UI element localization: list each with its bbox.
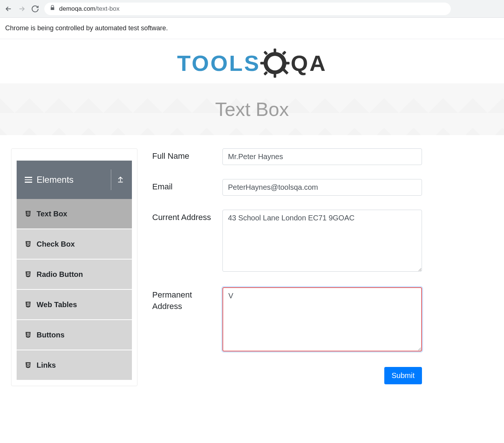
- sidebar-item-web-tables[interactable]: Web Tables: [17, 290, 132, 320]
- sidebar-header-label: Elements: [37, 175, 74, 185]
- svg-rect-6: [263, 71, 268, 75]
- upload-icon: [116, 175, 125, 185]
- back-button[interactable]: [4, 5, 13, 13]
- automation-banner-text: Chrome is being controlled by automated …: [5, 24, 168, 32]
- sidebar-item-label: Web Tables: [37, 301, 77, 309]
- html5-icon: [25, 271, 31, 278]
- html5-icon: [25, 362, 31, 368]
- permanent-address-label: Permanent Address: [152, 287, 222, 312]
- current-address-textarea[interactable]: 43 School Lane London EC71 9GOAC: [222, 210, 422, 272]
- svg-rect-3: [286, 62, 289, 65]
- sidebar-header[interactable]: Elements: [17, 161, 132, 199]
- automation-banner: Chrome is being controlled by automated …: [0, 18, 504, 39]
- html5-icon: [25, 332, 31, 338]
- sidebar-item-label: Buttons: [37, 331, 65, 339]
- email-input[interactable]: [222, 179, 422, 196]
- full-name-input[interactable]: [222, 148, 422, 165]
- svg-rect-2: [260, 62, 264, 65]
- address-bar[interactable]: demoqa.com/text-box: [44, 3, 451, 15]
- sidebar-item-label: Radio Button: [37, 270, 83, 279]
- html5-icon: [25, 210, 31, 217]
- gear-icon: [259, 47, 291, 79]
- svg-rect-1: [273, 74, 276, 78]
- forward-button[interactable]: [18, 5, 26, 13]
- current-address-label: Current Address: [152, 210, 222, 223]
- logo[interactable]: TOOLS QA: [177, 47, 327, 79]
- text-box-form: Full Name Email Current Address 43 Schoo…: [152, 148, 422, 384]
- permanent-address-textarea[interactable]: V: [222, 287, 422, 351]
- sidebar-item-label: Check Box: [37, 240, 75, 248]
- sidebar-item-check-box[interactable]: Check Box: [17, 229, 132, 260]
- sidebar-item-label: Links: [37, 361, 56, 370]
- html5-icon: [25, 301, 31, 308]
- html5-icon: [25, 241, 31, 247]
- sidebar-item-radio-button[interactable]: Radio Button: [17, 260, 132, 290]
- svg-rect-0: [273, 48, 276, 52]
- menu-icon: [25, 175, 32, 184]
- svg-rect-4: [263, 51, 268, 55]
- logo-suffix: QA: [291, 51, 327, 76]
- reload-button[interactable]: [31, 5, 39, 13]
- page-banner: Text Box: [0, 83, 504, 135]
- sidebar-item-links[interactable]: Links: [17, 350, 132, 381]
- full-name-label: Full Name: [152, 148, 222, 162]
- email-label: Email: [152, 179, 222, 193]
- logo-text: TOOLS: [177, 51, 260, 76]
- browser-toolbar: demoqa.com/text-box: [0, 0, 504, 18]
- submit-button[interactable]: Submit: [384, 367, 422, 384]
- sidebar-item-buttons[interactable]: Buttons: [17, 320, 132, 350]
- sidebar-item-text-box[interactable]: Text Box: [17, 199, 132, 229]
- url-text: demoqa.com/text-box: [59, 5, 119, 13]
- sidebar: Elements Text Box Check Box Radio Button…: [11, 148, 137, 386]
- page-title: Text Box: [215, 98, 289, 120]
- sidebar-item-label: Text Box: [37, 210, 67, 218]
- logo-area: TOOLS QA: [0, 39, 504, 83]
- lock-icon: [50, 5, 55, 13]
- divider: [111, 169, 111, 190]
- svg-rect-5: [282, 51, 286, 55]
